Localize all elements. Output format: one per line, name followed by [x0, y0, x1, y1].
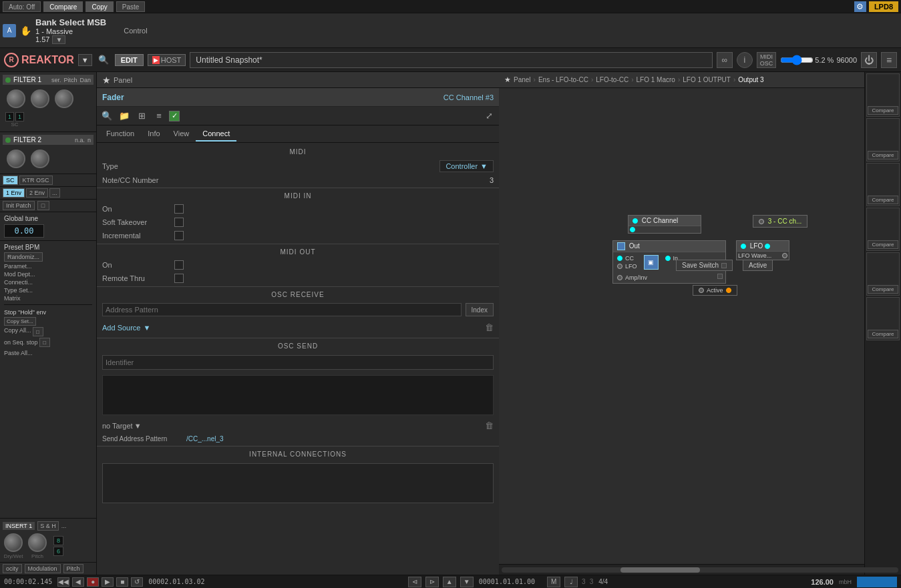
- add-source-delete-btn[interactable]: 🗑: [485, 322, 494, 332]
- filter1-knob1[interactable]: [7, 89, 25, 108]
- bank-icon-a[interactable]: A: [3, 24, 16, 37]
- randomize-btn[interactable]: Randomiz...: [4, 252, 43, 262]
- init-patch-icon[interactable]: □: [37, 201, 49, 210]
- tab-function[interactable]: Function: [100, 127, 141, 141]
- power-button[interactable]: ⏻: [861, 52, 877, 68]
- thumb3-compare-btn[interactable]: Compare: [868, 196, 898, 204]
- bottom-scroll[interactable]: [499, 564, 901, 575]
- thumb2-compare-btn[interactable]: Compare: [868, 151, 898, 160]
- tab-view[interactable]: View: [167, 127, 196, 141]
- status-loop-btn[interactable]: ↺: [131, 577, 143, 587]
- toolbar-folder-btn[interactable]: 📁: [117, 109, 132, 123]
- env1-btn[interactable]: 1 Env: [3, 188, 25, 198]
- no-target-delete-btn[interactable]: 🗑: [485, 420, 494, 430]
- pitch-knob[interactable]: [28, 533, 47, 552]
- cc-ch-value-node[interactable]: 3 - CC ch...: [753, 215, 807, 228]
- seq-stop-icon[interactable]: □: [39, 338, 50, 347]
- copy-button[interactable]: Copy: [85, 1, 113, 12]
- bread-panel[interactable]: Panel: [514, 76, 531, 83]
- note-icon-btn[interactable]: ♩: [564, 577, 578, 587]
- env3-btn[interactable]: ...: [49, 188, 60, 198]
- copy-set-btn[interactable]: Copy Set...: [4, 317, 36, 326]
- bread-lfo1-macro[interactable]: LFO 1 Macro: [637, 76, 675, 83]
- pitch-tab[interactable]: Pitch: [63, 564, 83, 573]
- cc-channel-node[interactable]: CC Channel: [628, 215, 701, 234]
- init-patch-btn[interactable]: Init Patch: [3, 201, 35, 210]
- host-button[interactable]: ▶ HOST: [148, 54, 186, 66]
- status-rewind-btn[interactable]: ◀: [72, 577, 84, 587]
- lfo-output-node[interactable]: LFO LFO Wave...: [736, 240, 789, 260]
- filter1-knob2[interactable]: [31, 89, 49, 108]
- status-play-btn[interactable]: ▶: [102, 577, 114, 587]
- bread-lfo1-output[interactable]: LFO 1 OUTPUT: [683, 76, 731, 83]
- remote-thru-checkbox[interactable]: [174, 274, 184, 283]
- scroll-thumb[interactable]: [620, 567, 700, 573]
- transport-btn3[interactable]: ▲: [443, 577, 456, 587]
- modulation-tab[interactable]: Modulation: [25, 564, 61, 573]
- filter2-knob1[interactable]: [7, 150, 25, 168]
- transport-btn1[interactable]: ⊲: [408, 577, 421, 587]
- toolbar-expand-btn[interactable]: ⤢: [482, 109, 496, 123]
- scroll-track[interactable]: [502, 567, 898, 573]
- midi-osc-button[interactable]: MIDI OSC: [757, 52, 777, 68]
- hand-icon[interactable]: ✋: [20, 25, 31, 36]
- tab-info[interactable]: Info: [141, 127, 166, 141]
- thumb1[interactable]: Compare: [866, 73, 900, 117]
- paste-button[interactable]: Paste: [116, 1, 146, 12]
- toolbar-check[interactable]: ✓: [169, 111, 180, 121]
- toolbar-search-btn[interactable]: 🔍: [100, 109, 114, 123]
- bread-lfo-to-cc[interactable]: LFO-to-CC: [596, 76, 628, 83]
- tempo-slider[interactable]: [780, 54, 814, 66]
- compare-button[interactable]: Compare: [43, 1, 83, 12]
- save-switch-node[interactable]: Save Switch: [676, 260, 733, 271]
- type-controller-btn[interactable]: Controller ▼: [439, 160, 494, 172]
- auto-off-button[interactable]: Auto: Off: [3, 1, 41, 12]
- reaktor-dropdown[interactable]: ▼: [78, 54, 92, 66]
- copy-all-icon[interactable]: □: [33, 327, 43, 336]
- no-target-btn[interactable]: no Target ▼: [102, 422, 142, 430]
- identifier-input[interactable]: [102, 355, 494, 370]
- velocity-tab[interactable]: ocity: [3, 564, 22, 573]
- status-prev-btn[interactable]: ◀◀: [57, 577, 69, 587]
- thumb5[interactable]: Compare: [866, 252, 900, 296]
- toolbar-list-btn[interactable]: ≡: [152, 109, 166, 123]
- midi-icon-btn[interactable]: M: [547, 577, 560, 587]
- edit-button[interactable]: EDIT: [115, 54, 144, 66]
- filter1-knob3[interactable]: [55, 89, 73, 108]
- link-icon-button[interactable]: ∞: [717, 52, 733, 68]
- filter2-knob2[interactable]: [31, 150, 49, 168]
- thumb3[interactable]: Compare: [866, 163, 900, 206]
- status-record-btn[interactable]: ●: [87, 577, 99, 587]
- thumb1-compare-btn[interactable]: Compare: [868, 106, 898, 115]
- active-node[interactable]: Active: [743, 260, 773, 271]
- soft-takeover-checkbox[interactable]: [174, 218, 184, 227]
- sc-btn[interactable]: SC: [3, 176, 18, 185]
- menu-button[interactable]: ≡: [881, 52, 897, 68]
- thumb6-compare-btn[interactable]: Compare: [868, 330, 898, 338]
- on-in-checkbox[interactable]: [174, 204, 184, 214]
- add-source-btn[interactable]: Add Source ▼: [102, 324, 150, 332]
- dry-wet-knob[interactable]: [4, 533, 23, 552]
- sh-btn[interactable]: S & H: [37, 521, 59, 531]
- transport-btn2[interactable]: ⊳: [425, 577, 439, 587]
- transport-btn4[interactable]: ▼: [460, 577, 474, 587]
- star-icon[interactable]: ★: [102, 75, 111, 85]
- status-stop-btn[interactable]: ■: [116, 577, 128, 587]
- on-out-checkbox[interactable]: [174, 260, 184, 270]
- right-star-icon[interactable]: ★: [504, 75, 511, 84]
- gear-button[interactable]: ⚙: [854, 1, 866, 12]
- bread-output3[interactable]: Output 3: [738, 76, 763, 83]
- toolbar-table-btn[interactable]: ⊞: [134, 109, 149, 123]
- incremental-checkbox[interactable]: [174, 231, 184, 240]
- tab-connect[interactable]: Connect: [196, 127, 236, 141]
- thumb4-compare-btn[interactable]: Compare: [868, 240, 898, 249]
- search-button[interactable]: 🔍: [96, 53, 111, 67]
- thumb5-compare-btn[interactable]: Compare: [868, 285, 898, 294]
- snapshot-input[interactable]: [190, 52, 712, 68]
- thumb2[interactable]: Compare: [866, 118, 900, 162]
- ktr-osc-btn[interactable]: KTR OSC: [19, 176, 53, 185]
- global-tune-input[interactable]: [4, 224, 44, 238]
- address-pattern-input[interactable]: [102, 303, 462, 316]
- thumb4[interactable]: Compare: [866, 208, 900, 251]
- bread-ens[interactable]: Ens - LFO-to-CC: [538, 76, 588, 83]
